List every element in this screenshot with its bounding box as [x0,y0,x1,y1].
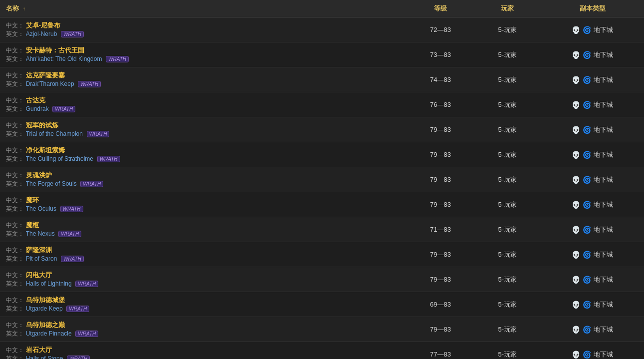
dungeon-level: 73—83 [407,42,474,67]
dungeon-name-cell: 中文： 岩石大厅 英文： Halls of Stone WRATH [0,342,407,359]
dungeon-type: 💀 🌀 地下城 [541,117,644,142]
dungeon-type-text: 地下城 [594,75,613,84]
dungeon-type: 💀 🌀 地下城 [541,167,644,192]
en-prefix: 英文： [6,180,24,187]
cn-prefix: 中文： [6,222,24,229]
dungeon-en-name: Halls of Stone [26,355,63,359]
dungeon-type: 💀 🌀 地下城 [541,267,644,292]
skull-icon: 💀 [572,301,580,309]
dungeon-en-name: Azjol-Nerub [26,30,57,37]
dungeon-level: 72—83 [407,17,474,42]
table-row[interactable]: 中文： 灵魂洪炉 英文： The Forge of Souls WRATH 79… [0,167,644,192]
swirl-icon: 🌀 [583,176,591,184]
dungeon-players: 5-玩家 [474,342,541,359]
en-prefix: 英文： [6,80,24,87]
dungeon-name-cell: 中文： 古达克 英文： Gundrak WRATH [0,92,407,117]
wrath-badge: WRATH [67,356,90,359]
dungeon-type-text: 地下城 [594,100,613,109]
dungeon-type-text: 地下城 [594,150,613,159]
table-row[interactable]: 中文： 古达克 英文： Gundrak WRATH 76—835-玩家 💀 🌀 … [0,92,644,117]
skull-icon: 💀 [572,101,580,109]
en-prefix: 英文： [6,230,24,237]
swirl-icon: 🌀 [583,76,591,84]
table-row[interactable]: 中文： 乌特加德城堡 英文： Utgarde Keep WRATH 69—835… [0,292,644,317]
table-row[interactable]: 中文： 萨隆深渊 英文： Pit of Saron WRATH 79—835-玩… [0,242,644,267]
en-prefix: 英文： [6,305,24,312]
skull-icon: 💀 [572,226,580,234]
table-row[interactable]: 中文： 净化斯坦索姆 英文： The Culling of Stratholme… [0,142,644,167]
col-name-header[interactable]: 名称 ↑ [0,0,407,17]
table-row[interactable]: 中文： 魔环 英文： The Oculus WRATH 79—835-玩家 💀 … [0,192,644,217]
table-row[interactable]: 中文： 艾卓-尼鲁布 英文： Azjol-Nerub WRATH 72—835-… [0,17,644,42]
dungeon-type: 💀 🌀 地下城 [541,92,644,117]
dungeon-players: 5-玩家 [474,117,541,142]
dungeon-players: 5-玩家 [474,17,541,42]
wrath-badge: WRATH [78,81,101,87]
en-prefix: 英文： [6,130,24,137]
dungeon-level: 69—83 [407,292,474,317]
dungeon-type-text: 地下城 [594,300,613,309]
dungeon-type-text: 地下城 [594,225,613,234]
dungeon-level: 79—83 [407,317,474,342]
dungeon-en-name: Drak'Tharon Keep [26,80,74,87]
dungeon-type: 💀 🌀 地下城 [541,342,644,359]
col-players-header[interactable]: 玩家 [474,0,541,17]
swirl-icon: 🌀 [583,201,591,209]
dungeon-cn-name: 艾卓-尼鲁布 [26,21,60,29]
dungeon-cn-name: 净化斯坦索姆 [26,146,65,154]
col-type-header[interactable]: 副本类型 [541,0,644,17]
table-row[interactable]: 中文： 闪电大厅 英文： Halls of Lightning WRATH 79… [0,267,644,292]
dungeon-players: 5-玩家 [474,292,541,317]
table-row[interactable]: 中文： 冠军的试炼 英文： Trial of the Champion WRAT… [0,117,644,142]
dungeon-cn-name: 冠军的试炼 [26,121,58,129]
wrath-badge: WRATH [75,281,98,287]
dungeon-players: 5-玩家 [474,317,541,342]
table-header: 名称 ↑ 等级 玩家 副本类型 [0,0,644,17]
en-prefix: 英文： [6,330,24,337]
dungeon-level: 79—83 [407,142,474,167]
dungeon-cn-name: 古达克 [26,96,45,104]
table-row[interactable]: 中文： 岩石大厅 英文： Halls of Stone WRATH 77—835… [0,342,644,359]
dungeon-type-text: 地下城 [594,275,613,284]
dungeon-en-name: The Culling of Stratholme [26,155,93,162]
dungeon-level: 74—83 [407,67,474,92]
dungeon-en-name: The Oculus [26,205,56,212]
dungeon-level: 79—83 [407,267,474,292]
dungeon-type: 💀 🌀 地下城 [541,67,644,92]
skull-icon: 💀 [572,26,580,34]
wrath-badge: WRATH [106,56,129,62]
dungeon-type-text: 地下城 [594,25,613,34]
dungeon-cn-name: 达克萨隆要塞 [26,71,65,79]
swirl-icon: 🌀 [583,251,591,259]
sort-arrow-icon: ↑ [23,6,25,11]
wrath-badge: WRATH [75,331,98,337]
cn-prefix: 中文： [6,247,24,254]
dungeon-cn-name: 乌特加德之巅 [26,321,65,329]
dungeon-en-name: Ahn'kahet: The Old Kingdom [26,55,102,62]
dungeon-name-cell: 中文： 达克萨隆要塞 英文： Drak'Tharon Keep WRATH [0,67,407,92]
dungeon-players: 5-玩家 [474,142,541,167]
cn-prefix: 中文： [6,22,24,29]
dungeon-table: 名称 ↑ 等级 玩家 副本类型 中文： 艾卓-尼鲁布 英文： Azjol-Ner… [0,0,644,359]
table-row[interactable]: 中文： 安卡赫特：古代王国 英文： Ahn'kahet: The Old Kin… [0,42,644,67]
table-row[interactable]: 中文： 乌特加德之巅 英文： Utgarde Pinnacle WRATH 79… [0,317,644,342]
en-prefix: 英文： [6,255,24,262]
cn-prefix: 中文： [6,72,24,79]
dungeon-cn-name: 魔枢 [26,221,39,229]
col-level-header[interactable]: 等级 [407,0,474,17]
dungeon-type-text: 地下城 [594,175,613,184]
cn-prefix: 中文： [6,97,24,104]
skull-icon: 💀 [572,326,580,334]
dungeon-type: 💀 🌀 地下城 [541,17,644,42]
cn-prefix: 中文： [6,322,24,329]
dungeon-name-cell: 中文： 魔枢 英文： The Nexus WRATH [0,217,407,242]
cn-prefix: 中文： [6,172,24,179]
dungeon-players: 5-玩家 [474,192,541,217]
wrath-badge: WRATH [61,256,84,262]
dungeon-level: 79—83 [407,242,474,267]
dungeon-players: 5-玩家 [474,167,541,192]
dungeon-players: 5-玩家 [474,242,541,267]
dungeon-level: 77—83 [407,342,474,359]
table-row[interactable]: 中文： 魔枢 英文： The Nexus WRATH 71—835-玩家 💀 🌀… [0,217,644,242]
table-row[interactable]: 中文： 达克萨隆要塞 英文： Drak'Tharon Keep WRATH 74… [0,67,644,92]
